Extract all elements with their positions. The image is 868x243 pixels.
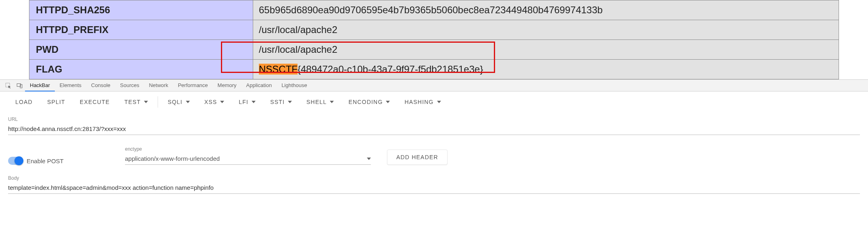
caret-down-icon [437,94,441,110]
caret-down-icon [186,94,190,110]
env-table: HTTPD_SHA25665b965d6890ea90d9706595e4b7b… [29,0,839,79]
enctype-label: enctype [125,146,371,152]
env-row: HTTPD_PREFIX/usr/local/apache2 [29,20,839,40]
enable-post-label: Enable POST [27,158,64,164]
device-toggle-icon[interactable] [14,80,25,91]
devtools-tab-performance[interactable]: Performance [173,79,212,91]
shell-menu[interactable]: SHELL [299,94,341,110]
button-label: SQLI [168,94,183,110]
env-value: NSSCTF{489472a0-c10b-43a7-9f97-f5db21851… [253,60,839,79]
devtools-tab-elements[interactable]: Elements [55,79,86,91]
env-key: FLAG [29,60,253,79]
body-input[interactable] [8,183,860,194]
env-key: HTTPD_PREFIX [29,20,253,40]
split-button[interactable]: SPLIT [40,94,73,110]
env-value: /usr/local/apache2 [253,20,839,40]
button-label: TEST [124,94,141,110]
xss-menu[interactable]: XSS [197,94,232,110]
test-menu[interactable]: TEST [117,94,155,110]
devtools-tab-memory[interactable]: Memory [213,79,241,91]
body-label: Body [8,175,860,181]
inspect-icon[interactable] [2,80,14,91]
caret-down-icon [330,94,334,110]
caret-down-icon [220,94,224,110]
flag-prefix-highlight: NSSCTF [259,64,298,75]
url-label: URL [8,116,860,122]
svg-rect-2 [20,84,22,88]
button-label: XSS [204,94,217,110]
enctype-select[interactable]: application/x-www-form-urlencoded [125,154,371,165]
enable-post-toggle[interactable] [8,157,23,165]
execute-button[interactable]: EXECUTE [73,94,117,110]
button-label: LOAD [15,94,33,110]
button-label: SSTI [270,94,285,110]
load-button[interactable]: LOAD [8,94,40,110]
hackbar-toolbar: LOADSPLITEXECUTE TEST SQLIXSSLFISSTISHEL… [0,91,868,112]
button-label: EXECUTE [80,94,110,110]
caret-down-icon [144,94,148,110]
caret-down-icon [386,94,390,110]
add-header-button[interactable]: ADD HEADER [387,150,448,165]
encoding-menu[interactable]: ENCODING [341,94,397,110]
env-value: 65b965d6890ea90d9706595e4b7b9365b5060bec… [253,0,839,20]
button-label: HASHING [404,94,433,110]
toggle-knob [15,156,23,165]
button-label: ENCODING [348,94,383,110]
env-row: PWD/usr/local/apache2 [29,40,839,60]
devtools-tab-hackbar[interactable]: HackBar [25,79,55,91]
lfi-menu[interactable]: LFI [231,94,263,110]
devtools-tabstrip: HackBarElementsConsoleSourcesNetworkPerf… [0,79,868,91]
enctype-value: application/x-www-form-urlencoded [125,155,220,162]
ssti-menu[interactable]: SSTI [263,94,299,110]
url-input[interactable] [8,124,860,135]
devtools-tab-sources[interactable]: Sources [115,79,144,91]
sqli-menu[interactable]: SQLI [160,94,197,110]
caret-down-icon [367,155,371,162]
button-label: SHELL [306,94,327,110]
devtools-tab-application[interactable]: Application [241,79,277,91]
env-key: PWD [29,40,253,60]
devtools-tab-lighthouse[interactable]: Lighthouse [277,79,312,91]
devtools-tab-network[interactable]: Network [144,79,173,91]
env-key: HTTPD_SHA256 [29,0,253,20]
button-label: LFI [239,94,248,110]
hashing-menu[interactable]: HASHING [397,94,448,110]
request-form: URL Enable POST enctype application/x-ww… [0,112,868,202]
toolbar-separator [158,96,158,108]
env-value: /usr/local/apache2 [253,40,839,60]
caret-down-icon [288,94,292,110]
devtools-tab-console[interactable]: Console [86,79,115,91]
caret-down-icon [252,94,256,110]
env-row: FLAGNSSCTF{489472a0-c10b-43a7-9f97-f5db2… [29,60,839,79]
env-row: HTTPD_SHA25665b965d6890ea90d9706595e4b7b… [29,0,839,20]
button-label: SPLIT [47,94,65,110]
